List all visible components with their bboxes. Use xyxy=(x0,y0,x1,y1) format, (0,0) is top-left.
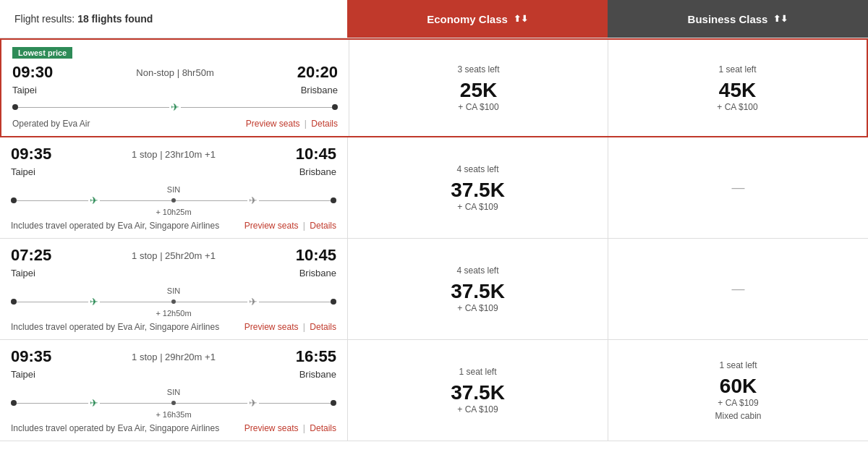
economy-price-panel: 4 seats left 37.5K + CA $109 xyxy=(347,137,608,238)
origin-dot xyxy=(12,104,18,110)
stop-dot xyxy=(171,299,176,304)
route-line-segment-2 xyxy=(259,302,331,302)
plane-icon: ✈ xyxy=(90,195,98,206)
stop-code: SIN xyxy=(167,388,180,396)
destination-city: Brisbane xyxy=(301,85,338,95)
business-unavailable: — xyxy=(732,281,745,297)
economy-chevron-icon: ⬆⬇ xyxy=(514,14,528,24)
origin-city: Taipei xyxy=(11,369,35,380)
stop-info: 1 stop | 25hr20m +1 xyxy=(132,250,216,261)
depart-time: 07:25 xyxy=(11,246,51,265)
business-tab-label: Business Class xyxy=(688,13,768,25)
flight-footer: Operated by Eva Air Preview seats | Deta… xyxy=(12,119,338,129)
economy-price-sub: + CA $109 xyxy=(457,202,498,212)
preview-seats-link[interactable]: Preview seats xyxy=(244,322,299,332)
business-seats-left: 1 seat left xyxy=(719,360,757,370)
route-line-segment xyxy=(176,200,247,201)
preview-seats-link[interactable]: Preview seats xyxy=(244,423,299,433)
business-price: 45K xyxy=(719,79,756,102)
plane-icon-2: ✈ xyxy=(249,195,258,206)
destination-city: Brisbane xyxy=(299,166,336,177)
depart-time: 09:30 xyxy=(12,63,53,82)
operated-by: Includes travel operated by Eva Air, Sin… xyxy=(11,423,219,433)
arrive-time: 20:20 xyxy=(297,63,338,82)
flight-links: Preview seats | Details xyxy=(244,221,336,231)
route-line-segment xyxy=(176,302,247,302)
results-count: 18 flights found xyxy=(77,13,153,25)
stop-marker: SIN xyxy=(171,198,176,203)
flight-info: 09:35 1 stop | 23hr10m +1 10:45 Taipei B… xyxy=(0,137,347,238)
economy-seats-left: 4 seats left xyxy=(456,265,498,276)
route-line: ✈ SIN ✈ xyxy=(11,383,336,410)
page-header: Flight results: 18 flights found Economy… xyxy=(0,0,868,38)
link-separator: | xyxy=(303,423,307,433)
flight-row: 07:25 1 stop | 25hr20m +1 10:45 Taipei B… xyxy=(0,239,868,340)
route-line-segment xyxy=(100,302,171,302)
business-seats-left: 1 seat left xyxy=(718,64,756,75)
link-separator: | xyxy=(303,322,307,332)
tab-economy[interactable]: Economy Class ⬆⬇ xyxy=(347,0,608,38)
stop-code: SIN xyxy=(167,185,180,194)
economy-price: 37.5K xyxy=(451,381,505,404)
flight-info: 09:35 1 stop | 29hr20m +1 16:55 Taipei B… xyxy=(0,340,347,441)
business-price-panel: 1 seat left 45K + CA $100 xyxy=(608,40,867,136)
route-row: Taipei Brisbane xyxy=(11,166,336,177)
preview-seats-link[interactable]: Preview seats xyxy=(246,119,300,129)
origin-city: Taipei xyxy=(12,85,37,95)
depart-time: 09:35 xyxy=(11,145,51,163)
flight-footer: Includes travel operated by Eva Air, Sin… xyxy=(11,423,336,433)
flight-times: 09:30 Non-stop | 8hr50m 20:20 xyxy=(12,63,338,82)
economy-price-panel: 4 seats left 37.5K + CA $109 xyxy=(347,239,608,339)
details-link[interactable]: Details xyxy=(310,221,336,231)
destination-dot xyxy=(331,400,336,406)
economy-price: 37.5K xyxy=(451,179,505,202)
link-separator: | xyxy=(305,119,309,129)
details-link[interactable]: Details xyxy=(310,322,336,332)
flight-row: 09:35 1 stop | 29hr20m +1 16:55 Taipei B… xyxy=(0,340,868,441)
stop-layover: + 16h35m xyxy=(11,410,336,419)
lowest-price-badge: Lowest price xyxy=(12,47,72,59)
flight-footer: Includes travel operated by Eva Air, Sin… xyxy=(11,322,336,332)
preview-seats-link[interactable]: Preview seats xyxy=(244,221,299,231)
details-link[interactable]: Details xyxy=(310,423,336,433)
stop-marker: SIN xyxy=(171,401,176,405)
economy-tab-label: Economy Class xyxy=(427,13,508,25)
economy-price-panel: 3 seats left 25K + CA $100 xyxy=(349,40,608,136)
business-chevron-icon: ⬆⬇ xyxy=(773,14,788,24)
stop-info: 1 stop | 29hr20m +1 xyxy=(132,352,216,362)
flight-footer: Includes travel operated by Eva Air, Sin… xyxy=(11,221,336,231)
operated-by: Includes travel operated by Eva Air, Sin… xyxy=(11,322,219,332)
economy-price-sub: + CA $109 xyxy=(457,404,498,414)
origin-city: Taipei xyxy=(11,166,35,177)
economy-seats-left: 3 seats left xyxy=(457,64,499,75)
economy-price-panel: 1 seat left 37.5K + CA $109 xyxy=(347,340,608,441)
flight-row: 09:35 1 stop | 23hr10m +1 10:45 Taipei B… xyxy=(0,137,868,239)
tab-business[interactable]: Business Class ⬆⬇ xyxy=(608,0,868,38)
route-row: Taipei Brisbane xyxy=(11,369,336,380)
route-line-segment xyxy=(17,302,88,302)
flight-results: Lowest price 09:30 Non-stop | 8hr50m 20:… xyxy=(0,38,868,441)
route-line-segment xyxy=(18,107,169,108)
route-row: Taipei Brisbane xyxy=(11,268,336,278)
route-line: ✈ SIN ✈ xyxy=(11,180,336,208)
stop-dot xyxy=(171,198,176,203)
route-line-segment xyxy=(100,403,171,404)
plane-icon-2: ✈ xyxy=(249,397,258,409)
route-line-segment xyxy=(17,200,88,201)
flight-links: Preview seats | Details xyxy=(244,423,336,433)
stop-dot xyxy=(171,401,176,405)
economy-seats-left: 4 seats left xyxy=(456,164,498,174)
mixed-cabin-label: Mixed cabin xyxy=(715,411,761,421)
business-price-sub: + CA $109 xyxy=(718,398,758,408)
route-line: ✈ xyxy=(12,98,338,114)
details-link[interactable]: Details xyxy=(311,119,338,129)
stop-layover: + 12h50m xyxy=(11,309,336,318)
route-line-segment-2 xyxy=(259,403,331,404)
economy-seats-left: 1 seat left xyxy=(459,367,496,377)
route-line-segment xyxy=(176,403,247,404)
flight-times: 07:25 1 stop | 25hr20m +1 10:45 xyxy=(11,246,336,265)
destination-city: Brisbane xyxy=(299,369,336,380)
stop-info: 1 stop | 23hr10m +1 xyxy=(132,149,216,160)
business-price-sub: + CA $100 xyxy=(717,102,757,112)
route-line-segment xyxy=(100,200,171,201)
